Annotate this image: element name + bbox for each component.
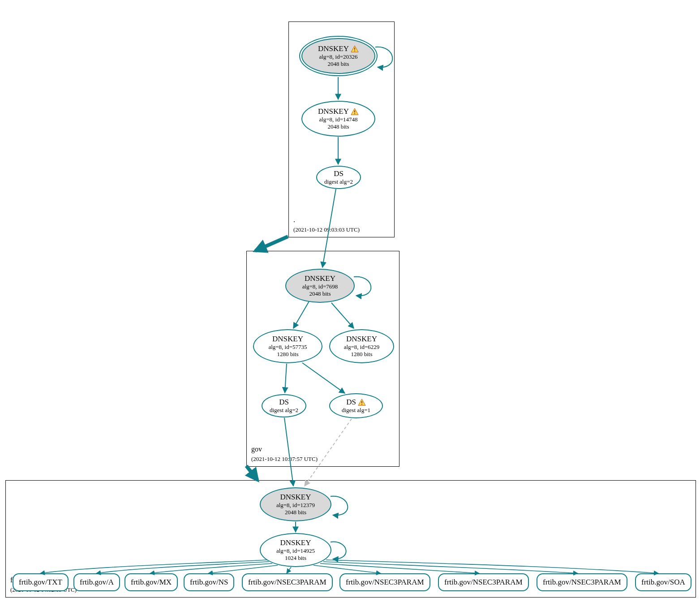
rr-soa-label: frtib.gov/SOA xyxy=(641,578,685,587)
node-root-zsk-title: DNSKEY xyxy=(318,107,349,116)
node-root-ds-sub1: digest alg=2 xyxy=(324,178,353,185)
svg-rect-2 xyxy=(354,110,355,112)
node-root-ksk-sub2: 2048 bits xyxy=(327,60,349,68)
svg-rect-1 xyxy=(354,51,355,52)
node-gov-zsk2-title: DNSKEY xyxy=(346,335,377,344)
zone-gov-timestamp: (2021-10-12 10:37:57 UTC) xyxy=(251,456,318,462)
node-root-ds: DS digest alg=2 xyxy=(316,166,361,189)
warning-icon xyxy=(358,399,366,406)
node-gov-zsk1-sub2: 1280 bits xyxy=(277,351,298,358)
zone-root-label: . xyxy=(293,216,295,224)
rr-n3p3: frtib.gov/NSEC3PARAM xyxy=(438,573,529,591)
rr-mx: frtib.gov/MX xyxy=(125,573,178,591)
edge-delegation-gov-frtib xyxy=(246,466,258,480)
node-frtib-zsk-title: DNSKEY xyxy=(280,538,311,547)
node-root-zsk-sub1: alg=8, id=14748 xyxy=(319,116,357,123)
node-root-ksk-title: DNSKEY xyxy=(318,44,349,53)
node-root-ksk: DNSKEY alg=8, id=20326 2048 bits xyxy=(301,38,375,74)
rr-n3p4-label: frtib.gov/NSEC3PARAM xyxy=(543,578,621,587)
rr-n3p3-label: frtib.gov/NSEC3PARAM xyxy=(444,578,523,587)
rr-ns: frtib.gov/NS xyxy=(184,573,234,591)
edge-delegation-root-gov xyxy=(255,236,288,251)
rr-n3p4: frtib.gov/NSEC3PARAM xyxy=(537,573,627,591)
node-gov-ksk-sub1: alg=8, id=7698 xyxy=(302,283,338,290)
node-gov-zsk1-sub1: alg=8, id=57735 xyxy=(268,344,307,351)
node-frtib-ksk: DNSKEY alg=8, id=12379 2048 bits xyxy=(260,487,331,521)
rr-a: frtib.gov/A xyxy=(73,573,120,591)
node-frtib-zsk: DNSKEY alg=8, id=14925 1024 bits xyxy=(260,533,331,567)
zone-root-timestamp: (2021-10-12 09:03:03 UTC) xyxy=(293,226,360,233)
svg-rect-5 xyxy=(361,404,362,405)
node-gov-ds2-sub1: digest alg=2 xyxy=(270,407,298,414)
svg-rect-3 xyxy=(354,113,355,114)
rr-txt-label: frtib.gov/TXT xyxy=(19,578,62,587)
node-gov-ds2-title: DS xyxy=(279,398,289,407)
node-gov-zsk1: DNSKEY alg=8, id=57735 1280 bits xyxy=(253,329,322,363)
node-frtib-zsk-sub2: 1024 bits xyxy=(285,555,306,562)
node-gov-ds2: DS digest alg=2 xyxy=(262,394,306,417)
node-gov-zsk2-sub2: 1280 bits xyxy=(351,351,372,358)
node-frtib-ksk-title: DNSKEY xyxy=(280,493,311,502)
node-gov-ksk-title: DNSKEY xyxy=(305,274,335,283)
node-gov-ksk: DNSKEY alg=8, id=7698 2048 bits xyxy=(285,269,355,303)
node-frtib-ksk-sub1: alg=8, id=12379 xyxy=(276,502,315,509)
node-root-ksk-sub1: alg=8, id=20326 xyxy=(319,53,357,60)
rr-a-label: frtib.gov/A xyxy=(80,578,114,587)
node-frtib-zsk-sub1: alg=8, id=14925 xyxy=(276,547,315,555)
zone-gov-label: gov xyxy=(251,445,262,453)
node-gov-ds1: DS digest alg=1 xyxy=(329,393,383,418)
warning-icon xyxy=(351,108,359,115)
node-gov-zsk2-sub1: alg=8, id=6229 xyxy=(344,344,380,351)
svg-rect-0 xyxy=(354,47,355,49)
rr-n3p2-label: frtib.gov/NSEC3PARAM xyxy=(346,578,424,587)
svg-rect-4 xyxy=(361,401,362,403)
node-gov-zsk2: DNSKEY alg=8, id=6229 1280 bits xyxy=(329,329,394,363)
rr-n3p1: frtib.gov/NSEC3PARAM xyxy=(242,573,333,591)
warning-icon xyxy=(351,45,359,52)
rr-txt: frtib.gov/TXT xyxy=(13,573,69,591)
node-root-ds-title: DS xyxy=(334,169,344,178)
rr-ns-label: frtib.gov/NS xyxy=(190,578,228,587)
rr-mx-label: frtib.gov/MX xyxy=(131,578,172,587)
node-root-zsk: DNSKEY alg=8, id=14748 2048 bits xyxy=(301,101,375,137)
node-gov-zsk1-title: DNSKEY xyxy=(272,335,303,344)
node-gov-ksk-sub2: 2048 bits xyxy=(309,290,331,297)
node-gov-ds1-sub1: digest alg=1 xyxy=(342,407,370,414)
rr-n3p1-label: frtib.gov/NSEC3PARAM xyxy=(248,578,326,587)
node-root-zsk-sub2: 2048 bits xyxy=(327,123,349,130)
node-frtib-ksk-sub2: 2048 bits xyxy=(285,509,306,516)
rr-n3p2: frtib.gov/NSEC3PARAM xyxy=(339,573,430,591)
rr-soa: frtib.gov/SOA xyxy=(635,573,691,591)
node-gov-ds1-title: DS xyxy=(346,398,356,407)
